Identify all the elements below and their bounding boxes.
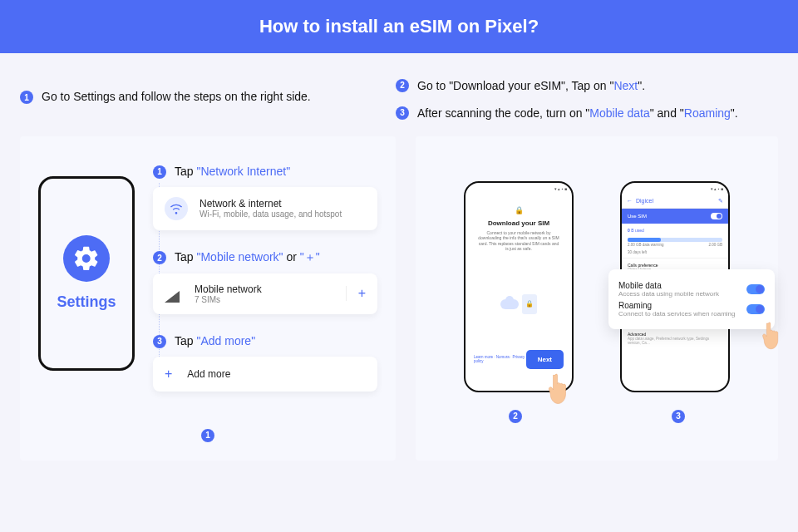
- card-subtitle: 7 SIMs: [195, 295, 262, 304]
- intro-line-2-text: Go to "Download your eSIM", Tap on "Next…: [417, 78, 645, 94]
- tap-step-2: 2 Tap "Mobile network" or "＋" Mobile net…: [153, 250, 377, 334]
- intro-right: 2 Go to "Download your eSIM", Tap on "Ne…: [396, 78, 778, 121]
- carrier-name: Digicel: [636, 198, 653, 204]
- status-bar: ▾ ▴ ▪ ■: [622, 183, 728, 195]
- panel-left-badges: 1: [38, 428, 377, 442]
- panel-badge-1: 1: [201, 429, 214, 442]
- panel-phone-screenshots: ▾ ▴ ▪ ■ 🔒 Download your SIM Connect to y…: [416, 136, 778, 461]
- card-subtitle: Wi-Fi, mobile, data usage, and hotspot: [200, 209, 342, 219]
- tap-badge-1: 1: [153, 165, 166, 179]
- data-usage-bar: [628, 238, 722, 242]
- panel-settings-steps: Settings 1 Tap "Network Internet": [20, 136, 396, 461]
- panels-row: Settings 1 Tap "Network Internet": [0, 136, 798, 461]
- plus-icon: +: [165, 367, 172, 382]
- settings-label: Settings: [57, 293, 116, 311]
- intro-left-text: Go to Settings and follow the steps on t…: [42, 90, 311, 103]
- intro-line-2: 2 Go to "Download your eSIM", Tap on "Ne…: [396, 78, 778, 94]
- use-sim-toggle-row[interactable]: Use SIM: [622, 209, 728, 224]
- download-sim-desc: Connect to your mobile network by downlo…: [474, 230, 564, 252]
- card-network-internet[interactable]: Network & internet Wi-Fi, mobile, data u…: [153, 187, 377, 230]
- intro-line-3-text: After scanning the code, turn on "Mobile…: [417, 106, 738, 121]
- gear-icon: [63, 235, 110, 282]
- card-title: Add more: [187, 368, 230, 380]
- toggle-icon[interactable]: [746, 304, 765, 314]
- step-badge-1: 1: [20, 91, 33, 104]
- intro-left: 1 Go to Settings and follow the steps on…: [20, 78, 369, 121]
- row-advanced[interactable]: AdvancedApp data usage, Preferred networ…: [622, 327, 728, 349]
- back-arrow-icon[interactable]: ←: [627, 198, 633, 204]
- data-usage-labels: 2.00 GB data warning 2.00 GB: [622, 242, 728, 250]
- edit-icon[interactable]: ✎: [718, 198, 723, 204]
- download-sim-title: Download your SIM: [474, 219, 564, 227]
- lock-icon: 🔒: [474, 206, 564, 214]
- carrier-header: ← Digicel ✎: [622, 195, 728, 209]
- tap-step-3: 3 Tap "Add more" + Add more: [153, 334, 377, 411]
- hand-pointer-icon: [760, 321, 785, 351]
- step-badge-2: 2: [396, 79, 409, 92]
- phone-download-sim: ▾ ▴ ▪ ■ 🔒 Download your SIM Connect to y…: [464, 181, 574, 392]
- panel-right-badges: 2 3: [434, 409, 760, 423]
- card-add-more[interactable]: + Add more: [153, 357, 377, 392]
- page-title: How to install an eSIM on Pixel?: [259, 16, 539, 37]
- overlay-mobile-data[interactable]: Mobile data Access data using mobile net…: [618, 281, 765, 298]
- next-button[interactable]: Next: [526, 350, 564, 369]
- phone-settings-illustration: Settings: [38, 176, 135, 371]
- tap-step-1: 1 Tap "Network Internet" Network & inter…: [153, 165, 377, 250]
- page-header: How to install an eSIM on Pixel?: [0, 0, 798, 53]
- sim-chip-icon: 🔒: [522, 294, 537, 314]
- hand-pointer-icon: [545, 372, 574, 406]
- sim-illustration: 🔒: [474, 275, 564, 333]
- card-mobile-network[interactable]: Mobile network 7 SIMs +: [153, 273, 377, 314]
- cloud-icon: [500, 299, 519, 309]
- tap-badge-2: 2: [153, 251, 166, 264]
- data-used-section: 0 B used: [622, 224, 728, 237]
- intro-instructions: 1 Go to Settings and follow the steps on…: [0, 53, 798, 136]
- card-title: Mobile network: [195, 283, 262, 295]
- intro-line-3: 3 After scanning the code, turn on "Mobi…: [396, 106, 778, 121]
- overlay-roaming[interactable]: Roaming Connect to data services when ro…: [618, 301, 765, 318]
- status-bar: ▾ ▴ ▪ ■: [466, 183, 572, 195]
- panel-badge-3: 3: [672, 410, 685, 423]
- toggle-icon: [711, 213, 722, 219]
- card-title: Network & internet: [200, 198, 342, 209]
- policy-links[interactable]: Learn more · Nomura · Privacy policy: [474, 355, 526, 363]
- wifi-icon: [165, 197, 188, 220]
- tap-steps-list: 1 Tap "Network Internet" Network & inter…: [153, 165, 377, 411]
- toggles-overlay-card: Mobile data Access data using mobile net…: [608, 269, 775, 329]
- tap-badge-3: 3: [153, 335, 166, 348]
- panel-badge-2: 2: [509, 410, 522, 423]
- toggle-icon[interactable]: [746, 284, 765, 294]
- step-badge-3: 3: [396, 106, 409, 120]
- signal-icon: [165, 284, 183, 303]
- plus-icon[interactable]: +: [346, 286, 366, 301]
